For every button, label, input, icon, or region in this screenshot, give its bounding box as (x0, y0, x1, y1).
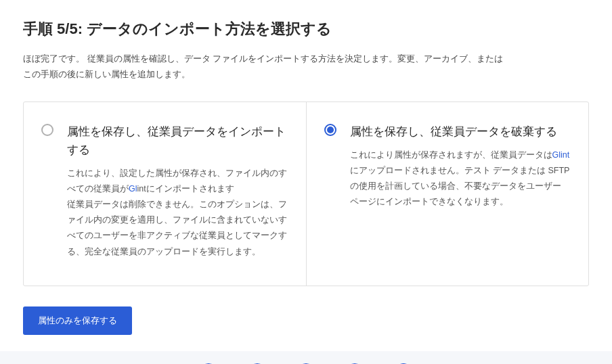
page-description: ほぼ完了です。 従業員の属性を確認し、データ ファイルをインポートする方法を決定… (23, 51, 589, 83)
radio-save-and-import[interactable] (41, 124, 53, 136)
option-save-and-discard-desc: これにより属性が保存されますが、従業員データはGlintにアップロードされません… (350, 147, 571, 210)
option-save-and-discard[interactable]: 属性を保存し、従業員データを破棄する これにより属性が保存されますが、従業員デー… (307, 102, 589, 286)
description-line-2: この手順の後に新しい属性を追加します。 (23, 69, 190, 79)
option-save-and-import-title: 属性を保存し、従業員データをインポートする (67, 122, 288, 159)
step-indicator: 1 2 3 4 5 (0, 351, 612, 364)
option-save-and-import[interactable]: 属性を保存し、従業員データをインポートする これにより、設定した属性が保存され、… (24, 102, 307, 286)
option-save-and-discard-title: 属性を保存し、従業員データを破棄する (350, 122, 571, 141)
radio-save-and-discard[interactable] (324, 124, 336, 136)
page-title: 手順 5/5: データのインポート方法を選択する (23, 19, 589, 39)
description-line-1: ほぼ完了です。 従業員の属性を確認し、データ ファイルをインポートする方法を決定… (23, 53, 503, 64)
save-attributes-only-button[interactable]: 属性のみを保存する (23, 306, 132, 335)
import-options: 属性を保存し、従業員データをインポートする これにより、設定した属性が保存され、… (23, 101, 589, 286)
option-save-and-import-desc: これにより、設定した属性が保存され、ファイル内のすべての従業員がGlintにイン… (67, 166, 288, 260)
